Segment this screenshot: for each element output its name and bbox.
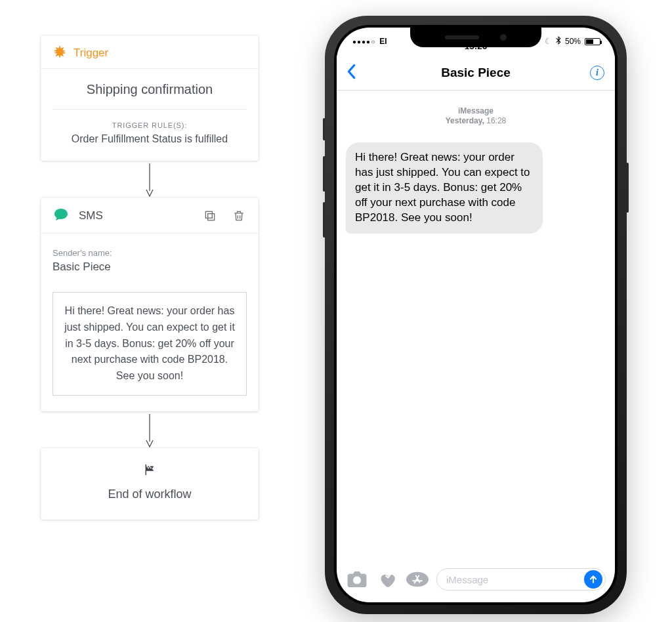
phone-mockup: ●●●●○ EI 15:26 ☾ 50% Basic Pie (325, 16, 627, 614)
send-button[interactable] (584, 570, 602, 589)
carrier-label: EI (379, 37, 387, 46)
svg-rect-1 (208, 214, 215, 220)
phone-notch (410, 28, 541, 47)
bluetooth-icon (556, 36, 561, 47)
burst-icon (52, 45, 67, 62)
speech-bubble-icon (52, 207, 70, 225)
message-timestamp: Yesterday, 16:28 (346, 116, 606, 125)
copy-button[interactable] (202, 208, 218, 224)
conversation-header: Basic Piece i (337, 55, 615, 91)
sms-card-header: SMS (41, 197, 259, 234)
appstore-button[interactable] (406, 570, 429, 589)
workflow-column: Trigger Shipping confirmation TRIGGER RU… (41, 35, 259, 520)
compose-bar: iMessage (337, 563, 615, 596)
sms-header-label: SMS (79, 209, 103, 222)
sender-name-label: Sender's name: (52, 248, 247, 258)
workflow-arrow (41, 161, 259, 197)
battery-pct: 50% (565, 37, 581, 46)
battery-icon (585, 38, 600, 45)
digital-touch-button[interactable] (376, 570, 398, 589)
trigger-title: Shipping confirmation (41, 69, 259, 109)
back-button[interactable] (346, 64, 356, 82)
trigger-rules-value: Order Fulfillment Status is fulfilled (41, 133, 259, 145)
svg-rect-6 (148, 467, 149, 468)
svg-rect-2 (205, 211, 212, 218)
svg-rect-5 (149, 466, 150, 467)
flag-icon (142, 468, 157, 479)
signal-icon: ●●●●○ (352, 38, 375, 45)
workflow-arrow (41, 411, 259, 448)
svg-rect-7 (150, 467, 152, 468)
end-card: End of workflow (41, 448, 259, 520)
channel-label: iMessage (346, 106, 606, 115)
info-button[interactable]: i (590, 66, 604, 80)
messages-area[interactable]: iMessage Yesterday, 16:28 Hi there! Grea… (337, 91, 615, 563)
message-input[interactable]: iMessage (436, 568, 606, 591)
phone-screen: ●●●●○ EI 15:26 ☾ 50% Basic Pie (337, 28, 615, 602)
trigger-header-label: Trigger (74, 47, 108, 60)
camera-button[interactable] (346, 570, 368, 589)
end-label: End of workflow (41, 487, 259, 501)
svg-rect-4 (146, 466, 148, 467)
sms-card[interactable]: SMS Sender's name: Basic Piece Hi there!… (41, 197, 259, 411)
sms-message-text[interactable]: Hi there! Great news: your order has jus… (52, 292, 247, 396)
delete-button[interactable] (231, 208, 247, 224)
sender-name-value: Basic Piece (52, 260, 247, 274)
trigger-card[interactable]: Trigger Shipping confirmation TRIGGER RU… (41, 35, 259, 161)
trigger-rules-label: TRIGGER RULE(S): (41, 121, 259, 129)
message-placeholder: iMessage (446, 574, 488, 585)
trigger-card-header: Trigger (41, 35, 259, 69)
moon-icon: ☾ (545, 37, 552, 46)
message-bubble: Hi there! Great news: your order has jus… (346, 142, 543, 234)
conversation-title: Basic Piece (441, 66, 511, 80)
